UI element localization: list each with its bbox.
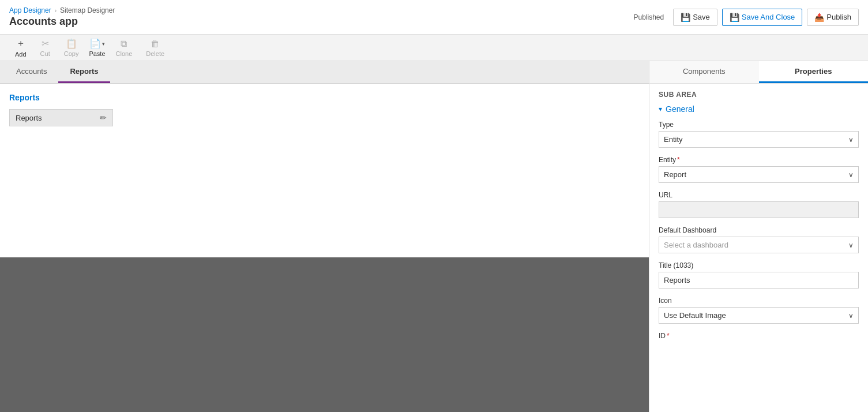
app-info: App Designer › Sitemap Designer Accounts…: [9, 6, 115, 28]
main-layout: Accounts Reports Reports Reports ✏ Compo…: [0, 61, 868, 412]
type-value: Entity: [664, 135, 683, 144]
paste-icon: 📄: [89, 38, 101, 49]
type-label: Type: [659, 121, 859, 129]
cut-icon: ✂: [42, 38, 49, 49]
url-input[interactable]: [659, 201, 859, 218]
publish-label: Publish: [826, 13, 851, 21]
sub-area-title: SUB AREA: [659, 91, 859, 99]
canvas: Accounts Reports Reports Reports ✏: [0, 61, 649, 412]
add-icon: ＋: [16, 38, 25, 50]
toolbar: ＋ Add ✂ Cut 📋 Copy 📄 ▾ Paste ⧉ Clone 🗑 D…: [0, 35, 868, 61]
delete-icon: 🗑: [151, 39, 160, 49]
paste-label: Paste: [89, 50, 105, 57]
entity-dropdown-icon: ∨: [848, 171, 854, 179]
panel-tabs: Components Properties: [649, 61, 868, 84]
panel-body: SUB AREA ▾ General Type Entity ∨ Entity*: [649, 84, 868, 412]
tab-accounts[interactable]: Accounts: [5, 61, 58, 83]
sub-area-item[interactable]: Reports ✏: [9, 109, 113, 126]
clone-button[interactable]: ⧉ Clone: [110, 36, 138, 59]
publish-button[interactable]: 📤 Publish: [807, 9, 859, 26]
save-button[interactable]: 💾 Save: [673, 9, 717, 26]
default-dashboard-label: Default Dashboard: [659, 226, 859, 234]
delete-button[interactable]: 🗑 Delete: [140, 36, 170, 59]
add-button[interactable]: ＋ Add: [9, 35, 32, 60]
type-dropdown-icon: ∨: [848, 136, 854, 144]
id-label: ID*: [659, 332, 859, 340]
icon-value: Use Default Image: [664, 311, 726, 320]
icon-field-group: Icon Use Default Image ∨: [659, 297, 859, 324]
tab-components[interactable]: Components: [649, 61, 759, 83]
canvas-gray-area: [0, 257, 649, 413]
top-bar: App Designer › Sitemap Designer Accounts…: [0, 0, 868, 35]
entity-required-marker: *: [677, 156, 680, 164]
breadcrumb-sitemap-designer: Sitemap Designer: [60, 6, 115, 14]
url-field-group: URL: [659, 191, 859, 218]
breadcrumb: App Designer › Sitemap Designer: [9, 6, 115, 14]
icon-label: Icon: [659, 297, 859, 305]
url-label: URL: [659, 191, 859, 199]
canvas-tabs: Accounts Reports: [0, 61, 649, 84]
publish-icon: 📤: [814, 13, 824, 22]
tab-properties[interactable]: Properties: [759, 61, 869, 83]
save-icon: 💾: [681, 13, 690, 22]
breadcrumb-chevron: ›: [55, 8, 57, 14]
paste-dropdown-arrow: ▾: [102, 41, 105, 47]
save-and-close-label: Save And Close: [742, 13, 795, 21]
save-and-close-button[interactable]: 💾 Save And Close: [722, 9, 803, 26]
general-section-header[interactable]: ▾ General: [659, 104, 859, 114]
entity-label: Entity*: [659, 156, 859, 164]
cut-button[interactable]: ✂ Cut: [35, 36, 56, 59]
copy-icon: 📋: [66, 38, 77, 49]
entity-value: Report: [664, 170, 686, 179]
copy-label: Copy: [64, 50, 79, 57]
app-title: Accounts app: [9, 16, 115, 28]
general-section-label: General: [666, 104, 694, 114]
tab-reports[interactable]: Reports: [58, 61, 110, 83]
default-dashboard-dropdown-icon: ∨: [848, 241, 854, 249]
type-field-group: Type Entity ∨: [659, 121, 859, 148]
type-select[interactable]: Entity ∨: [659, 131, 859, 148]
clone-icon: ⧉: [121, 39, 127, 49]
edit-icon[interactable]: ✏: [100, 113, 107, 122]
sub-area-label: Reports: [16, 114, 42, 122]
right-panel: Components Properties SUB AREA ▾ General…: [649, 61, 868, 412]
delete-label: Delete: [146, 50, 164, 57]
add-label: Add: [15, 51, 27, 58]
id-field-group: ID*: [659, 332, 859, 340]
copy-button[interactable]: 📋 Copy: [58, 36, 85, 59]
cut-label: Cut: [40, 50, 50, 57]
entity-field-group: Entity* Report ∨: [659, 156, 859, 183]
icon-select[interactable]: Use Default Image ∨: [659, 307, 859, 324]
breadcrumb-app-designer[interactable]: App Designer: [9, 6, 51, 14]
general-chevron-icon: ▾: [659, 105, 662, 113]
title-label: Title (1033): [659, 261, 859, 269]
id-required-marker: *: [667, 332, 670, 340]
save-label: Save: [693, 13, 710, 21]
default-dashboard-field-group: Default Dashboard Select a dashboard ∨: [659, 226, 859, 253]
published-badge: Published: [633, 13, 664, 21]
area-header: Reports: [9, 93, 640, 102]
entity-select[interactable]: Report ∨: [659, 166, 859, 183]
title-input[interactable]: [659, 272, 859, 289]
canvas-content: Reports Reports ✏: [0, 84, 649, 257]
default-dashboard-placeholder: Select a dashboard: [664, 241, 728, 249]
paste-button[interactable]: 📄 ▾ Paste: [87, 36, 107, 59]
default-dashboard-select[interactable]: Select a dashboard ∨: [659, 237, 859, 253]
save-close-icon: 💾: [730, 13, 739, 22]
icon-dropdown-icon: ∨: [848, 312, 854, 320]
top-actions: Published 💾 Save 💾 Save And Close 📤 Publ…: [633, 9, 859, 26]
title-field-group: Title (1033): [659, 261, 859, 289]
clone-label: Clone: [116, 50, 133, 57]
